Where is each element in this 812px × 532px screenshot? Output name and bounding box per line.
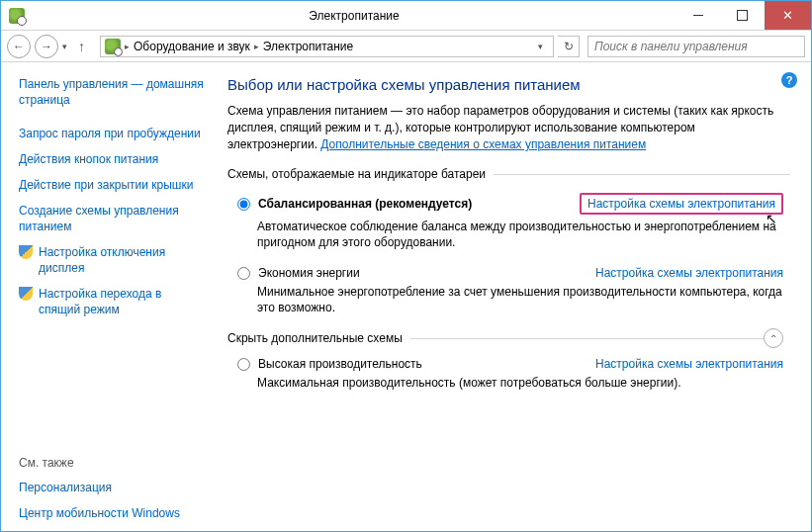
plan-name: Высокая производительность xyxy=(258,357,422,371)
content-area: Панель управления — домашняя страница За… xyxy=(1,62,811,531)
chevron-right-icon: ▸ xyxy=(254,42,259,51)
change-plan-link[interactable]: Настройка схемы электропитания ↖ xyxy=(580,193,783,215)
sidebar-link[interactable]: Настройка перехода в спящий режим xyxy=(19,286,206,317)
titlebar: Электропитание xyxy=(1,1,811,31)
back-button[interactable]: ← xyxy=(7,35,31,58)
plan-name: Сбалансированная (рекомендуется) xyxy=(258,197,472,211)
cursor-icon: ↖ xyxy=(766,211,777,226)
sidebar-link[interactable]: Создание схемы управления питанием xyxy=(19,203,206,234)
window-title: Электропитание xyxy=(33,9,676,23)
divider xyxy=(410,338,764,339)
forward-button[interactable]: → xyxy=(35,35,58,58)
shield-icon xyxy=(19,287,33,301)
breadcrumb-item[interactable]: Оборудование и звук xyxy=(134,40,250,53)
breadcrumb[interactable]: ▸ Оборудование и звук ▸ Электропитание ▾ xyxy=(100,36,554,57)
sidebar-link[interactable]: Действия кнопок питания xyxy=(19,151,206,167)
see-also-label: См. также xyxy=(19,456,206,470)
refresh-button[interactable]: ↻ xyxy=(558,36,580,57)
see-also-link[interactable]: Центр мобильности Windows xyxy=(19,505,206,521)
plan-description: Автоматическое соблюдение баланса между … xyxy=(257,219,783,250)
change-plan-link[interactable]: Настройка схемы электропитания xyxy=(595,357,783,371)
power-plan-saver: Экономия энергии Настройка схемы электро… xyxy=(237,266,783,315)
sidebar-link[interactable]: Запрос пароля при пробуждении xyxy=(19,126,206,141)
breadcrumb-item[interactable]: Электропитание xyxy=(263,40,353,53)
plan-radio[interactable] xyxy=(237,358,250,371)
power-plan-balanced: Сбалансированная (рекомендуется) Настрой… xyxy=(237,193,783,250)
plan-radio[interactable] xyxy=(237,198,250,211)
maximize-button[interactable] xyxy=(720,1,765,30)
hide-additional-label[interactable]: Скрыть дополнительные схемы xyxy=(227,331,403,345)
plan-name: Экономия энергии xyxy=(258,266,360,280)
navbar: ← → ▾ ↑ ▸ Оборудование и звук ▸ Электроп… xyxy=(1,31,811,62)
plans-group-label: Схемы, отображаемые на индикаторе батаре… xyxy=(227,167,486,181)
plan-radio[interactable] xyxy=(237,267,250,280)
control-panel-home-link[interactable]: Панель управления — домашняя страница xyxy=(19,76,206,108)
up-button[interactable]: ↑ xyxy=(78,39,96,54)
page-description: Схема управления питанием — это набор па… xyxy=(227,103,783,153)
window-controls xyxy=(676,1,811,30)
history-dropdown-icon[interactable]: ▾ xyxy=(62,42,74,51)
chevron-down-icon[interactable]: ▾ xyxy=(532,42,549,51)
page-title: Выбор или настройка схемы управления пит… xyxy=(227,76,783,93)
sidebar-link[interactable]: Действие при закрытии крышки xyxy=(19,177,206,193)
minimize-button[interactable] xyxy=(676,1,720,30)
help-icon[interactable]: ? xyxy=(781,72,797,88)
sidebar: Панель управления — домашняя страница За… xyxy=(1,62,214,531)
plan-description: Максимальная производительность (может п… xyxy=(257,375,783,391)
app-icon xyxy=(9,8,25,24)
main-panel: ? Выбор или настройка схемы управления п… xyxy=(214,62,811,531)
shield-icon xyxy=(19,245,33,259)
sidebar-link[interactable]: Настройка отключения дисплея xyxy=(19,244,206,276)
location-icon xyxy=(105,39,121,54)
search-input[interactable] xyxy=(587,36,805,57)
power-plan-high-performance: Высокая производительность Настройка схе… xyxy=(237,357,783,391)
collapse-button[interactable]: ⌃ xyxy=(764,328,783,348)
see-also-link[interactable]: Персонализация xyxy=(19,480,206,495)
more-info-link[interactable]: Дополнительные сведения о схемах управле… xyxy=(320,137,646,151)
plan-description: Минимальное энергопотребление за счет ум… xyxy=(257,284,783,315)
change-plan-link[interactable]: Настройка схемы электропитания xyxy=(595,266,783,280)
divider xyxy=(494,174,783,175)
close-button[interactable] xyxy=(765,1,811,30)
chevron-right-icon: ▸ xyxy=(125,42,130,51)
